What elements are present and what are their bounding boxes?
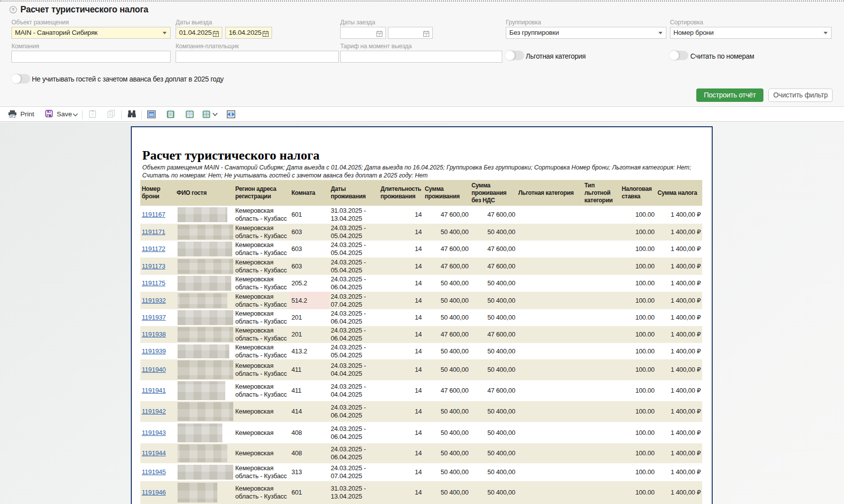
svg-text:7: 7 [215,33,217,37]
svg-text:?: ? [92,112,94,117]
svg-text:7: 7 [425,33,427,37]
svg-text:7: 7 [265,33,267,37]
svg-text:7: 7 [378,33,380,37]
